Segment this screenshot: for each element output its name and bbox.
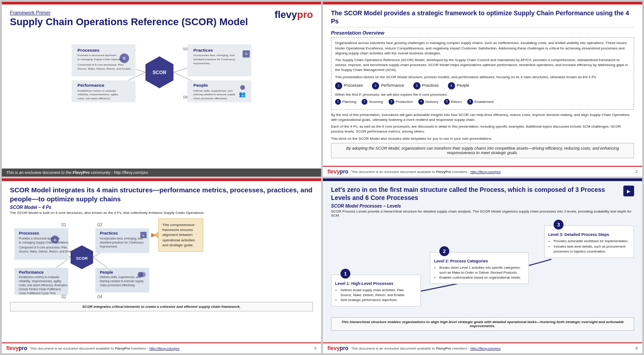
slide3-title: SCOR Model integrates its 4 main structu… [10, 186, 313, 203]
slide2-page-num: 2 [635, 169, 638, 174]
level2-title: Level 2: Process Categories [434, 259, 525, 263]
level2-bullets: Breaks down Level 1 activities into spec… [434, 265, 525, 280]
slide3-logo: flevypro [6, 345, 27, 351]
svg-text:⚙: ⚙ [54, 238, 57, 242]
core-item-2: 2 Sourcing [362, 99, 383, 105]
svg-text:Defines skills, experiences, a: Defines skills, experiences, and [193, 89, 233, 92]
svg-text:Performance: Performance [19, 270, 44, 275]
svg-text:Establishes metrics to evaluat: Establishes metrics to evaluate [77, 89, 116, 92]
svg-text:Incorporates best, emerging, a: Incorporates best, emerging, and [100, 237, 143, 240]
scor-diagram: SCOR 01 03 02 04 Processes Provides a st… [10, 32, 313, 104]
svg-text:Composed of 6-core processes: : Composed of 6-core processes: Plan, [77, 63, 124, 66]
slide1-footer: This is an exclusive document to the Fle… [2, 169, 321, 177]
level2-box: 2 Level 2: Process Categories Breaks dow… [430, 252, 529, 284]
slide3-footer-text: This document is an exclusive document a… [30, 346, 179, 351]
core-item-1: 1 Planning [335, 99, 356, 105]
slide2-6core-list: 1 Planning 2 Sourcing 3 Production 4 Del… [335, 99, 630, 105]
slide2-body-para2: Each of the 4 Ps, as well as the 6 core … [331, 124, 634, 134]
svg-text:include Perfect Order Fulfillm: include Perfect Order Fulfillment, [19, 288, 62, 291]
svg-text:Performance: Performance [77, 83, 104, 88]
svg-text:Practices: Practices [193, 48, 213, 53]
svg-text:SCOR: SCOR [76, 256, 88, 261]
slide3-page-num: 6 [314, 346, 317, 351]
slide4-footer-box: This hierarchical structure enables orga… [331, 317, 634, 331]
svg-text:02: 02 [61, 294, 67, 299]
svg-text:👥: 👥 [239, 91, 246, 98]
level2-bullet-1: Breaks down Level 1 activities into spec… [439, 265, 525, 275]
core-item-5: 5 Return [444, 99, 462, 105]
slide4-footer-text: This document is an exclusive document a… [351, 346, 501, 351]
ps-label-2: Performance [381, 83, 404, 89]
level1-bullet-2: Sets strategic performance objectives. [340, 297, 417, 302]
slide3-diagram-area: 01 03 02 04 SCOR [10, 218, 313, 299]
level2-circle: 2 [439, 246, 449, 256]
svg-text:chain processes effectively.: chain processes effectively. [193, 97, 228, 100]
slide2-overview-label: Presentation Overview [331, 30, 634, 36]
svg-text:SCOR: SCOR [152, 70, 166, 75]
svg-text:Processes: Processes [77, 48, 99, 53]
svg-text:chain processes effectively.: chain processes effectively. [100, 284, 135, 287]
level3-title: Level 3: Detailed Process Steps [548, 232, 630, 237]
ps-item-2: 2 Performance [372, 82, 404, 89]
level3-bullet-1: Provides actionable workflows for implem… [554, 239, 630, 244]
svg-text:Defines skills, experiences, a: Defines skills, experiences, and [100, 275, 141, 279]
svg-text:03: 03 [97, 222, 103, 227]
level3-bullets: Provides actionable workflows for implem… [548, 239, 630, 254]
level3-bullet-2: Includes task-level details, such as pro… [554, 244, 630, 254]
slide3-footer-box-text: SCOR integrates critical elements to cre… [82, 305, 241, 309]
slide3-callout-text: This comprehensive framework ensures ali… [162, 223, 195, 247]
svg-text:Source, Make, Deliver, Return,: Source, Make, Deliver, Return, and Enabl… [19, 250, 75, 253]
svg-text:costs, and asset efficiency. E: costs, and asset efficiency. Examples [19, 284, 67, 287]
svg-text:Composed of 6-core processes: : Composed of 6-core processes: Plan, [19, 246, 68, 249]
slide-1: flevypro Framework Primer Supply Chain O… [2, 2, 321, 177]
svg-point-35 [240, 85, 245, 90]
svg-text:standard practices for Continu: standard practices for Continuous [100, 241, 144, 244]
level1-bullet-1: Defines broad supply chain activities: P… [340, 288, 417, 298]
slide4-footer-box-text: This hierarchical structure enables orga… [341, 320, 624, 328]
svg-text:Improvement.: Improvement. [100, 245, 118, 248]
svg-text:training needed to execute sup: training needed to execute supply [100, 280, 144, 283]
slide4-page-num: 8 [635, 346, 638, 351]
slide2-body-para1: By the end of this presentation, executi… [331, 112, 634, 122]
svg-text:standard practices for Continu: standard practices for Continuous [193, 58, 235, 61]
svg-text:Incorporates best, emerging, a: Incorporates best, emerging, and [193, 54, 235, 57]
level1-bullets: Defines broad supply chain activities: P… [335, 288, 417, 303]
slide3-footer: flevypro This document is an exclusive d… [2, 342, 321, 353]
slide-3: SCOR Model integrates its 4 main structu… [2, 178, 321, 353]
svg-text:≡: ≡ [245, 52, 247, 56]
slide2-description-box: Organizations across industries face gro… [331, 37, 634, 110]
svg-text:⚙: ⚙ [122, 57, 126, 61]
slide2-4ps-list: 1 Processes 2 Performance 3 Practices 4 … [335, 82, 630, 89]
ps-item-3: 3 Practices [413, 82, 439, 89]
ps-item-4: 4 People [448, 82, 470, 89]
svg-text:Source, Make, Deliver, Return,: Source, Make, Deliver, Return, and Enabl… [77, 67, 131, 70]
svg-text:to managing Supply Chain Opera: to managing Supply Chain Operations. [77, 58, 125, 61]
ps-label-1: Processes [344, 83, 363, 89]
core-item-4: 4 Delivery [418, 99, 438, 105]
slide4-levels-container: 1 Level 1: High-Level Processes Defines … [331, 221, 634, 315]
svg-text:training needed to execute sup: training needed to execute supply [193, 93, 236, 96]
slide2-italic-box: By adopting the SCOR Model, organization… [331, 143, 634, 158]
slide2-footer-text: This document is an exclusive document a… [351, 170, 501, 174]
slide3-footer-box: SCOR integrates critical elements to cre… [10, 302, 313, 311]
slide4-icon: ▶ [623, 186, 634, 196]
slide-4: Let's zero in on the first main structur… [323, 178, 642, 353]
svg-text:04: 04 [183, 94, 188, 99]
flevy-logo: flevypro [274, 9, 313, 21]
slide1-title: Supply Chain Operations Reference (SCOR)… [10, 16, 313, 28]
ps-label-4: People [457, 83, 470, 89]
slide4-title: Let's zero in on the first main structur… [331, 186, 620, 202]
slide4-para: SCOR Process Levels provide a hierarchic… [331, 209, 634, 217]
level1-circle: 1 [340, 269, 350, 279]
svg-text:Practices: Practices [100, 231, 118, 235]
svg-text:People: People [100, 270, 113, 275]
svg-point-75 [140, 272, 146, 277]
slide4-footer: flevypro This document is an exclusive d… [323, 342, 642, 353]
slide3-scor-wrap: 01 03 02 04 SCOR [10, 218, 154, 299]
slide4-subtitle: SCOR Model Processes – Levels [331, 204, 634, 209]
svg-text:Processes: Processes [19, 231, 39, 235]
level1-box: 1 Level 1: High-Level Processes Defines … [331, 275, 421, 307]
level3-circle: 3 [554, 220, 564, 230]
slide2-para1: Organizations across industries face gro… [335, 40, 630, 56]
svg-text:Provides a structured approach: Provides a structured approach [77, 54, 116, 57]
